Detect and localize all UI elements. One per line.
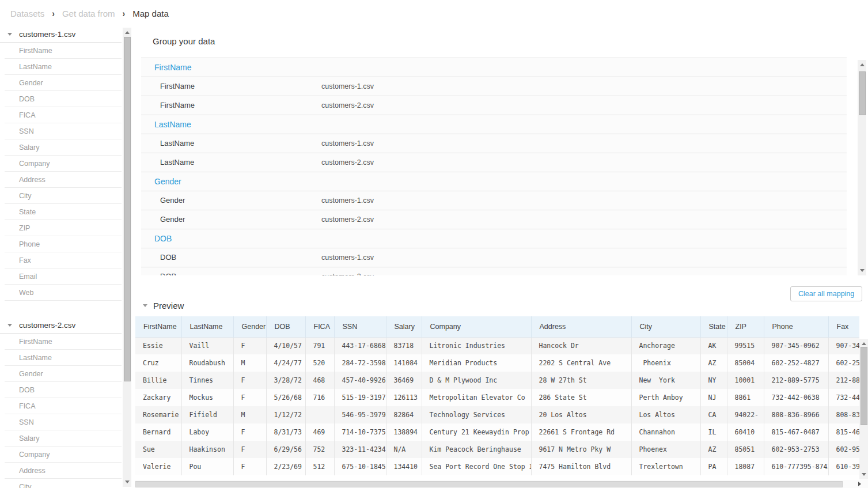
- breadcrumb-datasets[interactable]: Datasets: [10, 9, 44, 18]
- sidebar-field-item[interactable]: SSN: [5, 123, 122, 139]
- sidebar-field-item[interactable]: LastName: [5, 350, 122, 366]
- column-header-address: Address: [531, 316, 631, 337]
- table-cell: 3/28/72: [266, 372, 305, 389]
- mapping-row[interactable]: LastName customers-1.csv: [141, 134, 847, 153]
- scrollbar-thumb[interactable]: [135, 481, 843, 487]
- scrollbar-thumb[interactable]: [861, 347, 867, 425]
- sidebar-field-item[interactable]: State: [5, 204, 122, 220]
- table-cell: Metropolitan Elevator Co: [422, 389, 531, 406]
- sidebar-field-item[interactable]: SSN: [5, 414, 122, 430]
- mapping-row[interactable]: FirstName customers-2.csv: [141, 96, 847, 115]
- table-cell: Mockus: [181, 389, 233, 406]
- sidebar-field-item[interactable]: DOB: [5, 91, 122, 107]
- table-cell: 443-17-6868: [334, 337, 386, 354]
- mapping-row[interactable]: FirstName customers-1.csv: [141, 77, 847, 96]
- scroll-down-icon[interactable]: [860, 269, 865, 272]
- column-header-city: City: [631, 316, 700, 337]
- preview-header-row: FirstNameLastNameGenderDOBFICASSNSalaryC…: [135, 316, 859, 337]
- sidebar-dataset-header[interactable]: customers-1.csv: [0, 27, 122, 43]
- scroll-right-icon[interactable]: [858, 482, 861, 486]
- sidebar-field-item[interactable]: FICA: [5, 398, 122, 414]
- sidebar-field-item[interactable]: Salary: [5, 430, 122, 447]
- column-header-fica: FICA: [305, 316, 334, 337]
- sidebar-field-item[interactable]: LastName: [5, 59, 122, 75]
- table-cell: [305, 406, 334, 423]
- mapping-group-heading[interactable]: FirstName: [141, 58, 847, 77]
- clear-all-mapping-button[interactable]: Clear all mapping: [790, 286, 862, 301]
- mapping-source-file: customers-1.csv: [321, 77, 374, 96]
- table-cell: 791: [305, 337, 334, 354]
- table-cell: 515-19-3197: [334, 389, 386, 406]
- table-cell: 28 W 27th St: [531, 372, 631, 389]
- sidebar-field-item[interactable]: City: [5, 188, 122, 204]
- mapping-field-name: FirstName: [160, 77, 195, 96]
- sidebar-field-item[interactable]: Company: [5, 447, 122, 463]
- mapping-scrollbar[interactable]: [858, 60, 866, 275]
- sidebar-field-item[interactable]: FirstName: [5, 43, 122, 59]
- sidebar-field-item[interactable]: Fax: [5, 252, 122, 268]
- table-cell: 610-395: [828, 458, 859, 475]
- table-cell: 2/23/69: [266, 458, 305, 475]
- table-cell: 36469: [386, 372, 422, 389]
- sidebar-field-item[interactable]: City: [5, 479, 122, 488]
- table-cell: 323-11-4234: [334, 441, 386, 458]
- table-cell: 83718: [386, 337, 422, 354]
- scroll-down-icon[interactable]: [862, 473, 866, 476]
- sidebar-field-item[interactable]: Company: [5, 156, 122, 172]
- sidebar-field-item[interactable]: Phone: [5, 236, 122, 252]
- column-header-firstname: FirstName: [135, 316, 181, 337]
- table-cell: Billie: [135, 372, 181, 389]
- mapping-row[interactable]: Gender customers-2.csv: [141, 210, 847, 229]
- table-cell: 546-95-3979: [334, 406, 386, 423]
- table-cell: F: [233, 337, 266, 354]
- mapping-group-heading[interactable]: Gender: [141, 172, 847, 191]
- mapping-row[interactable]: DOB customers-1.csv: [141, 248, 847, 267]
- sidebar-field-item[interactable]: FirstName: [5, 334, 122, 350]
- table-cell: Litronic Industries: [422, 337, 531, 354]
- mapping-group-heading[interactable]: DOB: [141, 229, 847, 248]
- mapping-source-file: customers-2.csv: [321, 210, 374, 229]
- sidebar-field-item[interactable]: FICA: [5, 107, 122, 123]
- mapping-row[interactable]: DOB customers-2.csv: [141, 267, 847, 275]
- scrollbar-thumb[interactable]: [859, 71, 866, 115]
- sidebar-dataset-header[interactable]: customers-2.csv: [0, 317, 122, 334]
- table-cell: NY: [700, 372, 727, 389]
- table-row: SueHaakinsonF6/29/56752323-11-4234N/AKim…: [135, 441, 859, 458]
- sidebar-field-item[interactable]: Salary: [5, 139, 122, 156]
- preview-vertical-scrollbar[interactable]: [859, 339, 868, 479]
- mapping-field-name: LastName: [160, 134, 194, 153]
- table-cell: NJ: [700, 389, 727, 406]
- sidebar-field-item[interactable]: Address: [5, 463, 122, 479]
- sidebar-field-item[interactable]: Address: [5, 172, 122, 188]
- sidebar-field-item[interactable]: Email: [5, 268, 122, 285]
- preview-section-header[interactable]: Preview: [143, 301, 184, 311]
- sidebar-field-item[interactable]: Gender: [5, 75, 122, 91]
- sidebar-field-item[interactable]: DOB: [5, 382, 122, 398]
- mapping-row[interactable]: LastName customers-2.csv: [141, 153, 847, 172]
- table-cell: F: [233, 423, 266, 441]
- preview-horizontal-scrollbar[interactable]: [135, 480, 868, 488]
- collapse-triangle-icon[interactable]: [143, 304, 147, 307]
- mapping-group-heading[interactable]: LastName: [141, 115, 847, 134]
- sidebar-scrollbar[interactable]: [123, 28, 131, 487]
- sidebar-field-item[interactable]: Gender: [5, 366, 122, 382]
- scroll-up-icon[interactable]: [862, 342, 866, 345]
- scrollbar-thumb[interactable]: [124, 37, 131, 381]
- table-cell: 212-889: [828, 372, 859, 389]
- sidebar-dataset: customers-1.csv FirstName LastName Gende…: [0, 27, 122, 301]
- sidebar-field-item[interactable]: Web: [5, 285, 122, 301]
- scroll-down-icon[interactable]: [125, 481, 130, 483]
- table-cell: 22661 S Frontage Rd: [531, 423, 631, 441]
- table-cell: 10001: [727, 372, 764, 389]
- table-cell: 732-442-0638: [764, 389, 828, 406]
- table-cell: 714-10-7375: [334, 423, 386, 441]
- table-cell: AK: [700, 337, 727, 354]
- breadcrumb-get-data-from[interactable]: Get data from: [62, 9, 115, 18]
- table-cell: Sea Port Record One Stop Inc: [422, 458, 531, 475]
- mapping-row[interactable]: Gender customers-1.csv: [141, 191, 847, 210]
- sidebar-field-item[interactable]: ZIP: [5, 220, 122, 236]
- scroll-up-icon[interactable]: [860, 63, 865, 66]
- scroll-up-icon[interactable]: [125, 31, 130, 34]
- table-cell: Fifield: [181, 406, 233, 423]
- breadcrumb-map-data: Map data: [132, 9, 169, 18]
